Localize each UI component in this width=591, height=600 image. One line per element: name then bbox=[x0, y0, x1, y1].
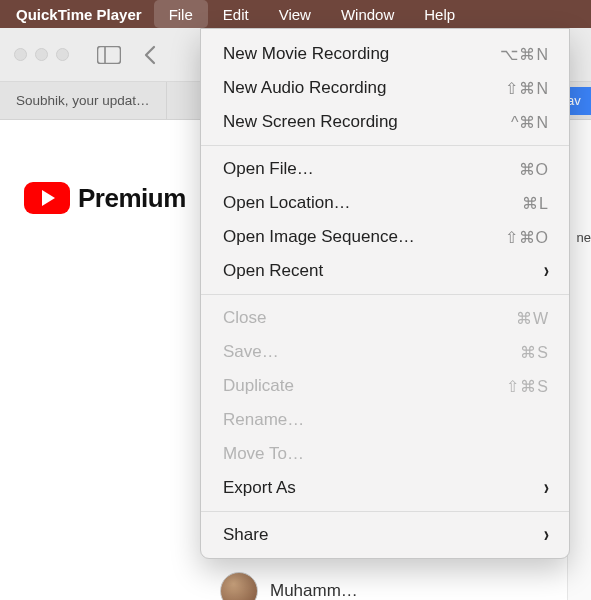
menubar-item-window[interactable]: Window bbox=[326, 0, 409, 28]
menu-shortcut: ⌘L bbox=[522, 194, 549, 213]
menu-item-label: Open Recent bbox=[223, 261, 544, 281]
menu-item-label: Share bbox=[223, 525, 544, 545]
menu-item-rename: Rename… bbox=[201, 403, 569, 437]
menu-item-export-as[interactable]: Export As› bbox=[201, 471, 569, 505]
menu-item-open-file[interactable]: Open File…⌘O bbox=[201, 152, 569, 186]
menu-item-label: Open Location… bbox=[223, 193, 522, 213]
macos-menubar: QuickTime Player FileEditViewWindowHelp bbox=[0, 0, 591, 28]
menubar-item-help[interactable]: Help bbox=[409, 0, 470, 28]
svg-rect-0 bbox=[98, 46, 121, 63]
sidebar-text-fragment: ne bbox=[577, 230, 591, 245]
menu-shortcut: ⇧⌘S bbox=[506, 377, 549, 396]
file-menu-dropdown: New Movie Recording⌥⌘NNew Audio Recordin… bbox=[200, 28, 570, 559]
menu-item-label: Open File… bbox=[223, 159, 519, 179]
menu-item-new-movie-recording[interactable]: New Movie Recording⌥⌘N bbox=[201, 37, 569, 71]
right-sidebar-peek: ne bbox=[567, 120, 591, 600]
menu-item-new-audio-recording[interactable]: New Audio Recording⇧⌘N bbox=[201, 71, 569, 105]
menu-item-open-location[interactable]: Open Location…⌘L bbox=[201, 186, 569, 220]
menu-item-move-to: Move To… bbox=[201, 437, 569, 471]
menu-item-label: Open Image Sequence… bbox=[223, 227, 505, 247]
menu-shortcut: ⇧⌘N bbox=[505, 79, 549, 98]
menu-item-label: Rename… bbox=[223, 410, 549, 430]
menu-item-open-recent[interactable]: Open Recent› bbox=[201, 254, 569, 288]
menu-item-label: Close bbox=[223, 308, 516, 328]
menubar-item-edit[interactable]: Edit bbox=[208, 0, 264, 28]
chevron-right-icon: › bbox=[544, 522, 549, 547]
menu-shortcut: ⌥⌘N bbox=[500, 45, 549, 64]
menu-item-share[interactable]: Share› bbox=[201, 518, 569, 552]
zoom-dot[interactable] bbox=[56, 48, 69, 61]
menu-item-open-image-sequence[interactable]: Open Image Sequence…⇧⌘O bbox=[201, 220, 569, 254]
close-dot[interactable] bbox=[14, 48, 27, 61]
menu-item-label: Move To… bbox=[223, 444, 549, 464]
back-icon[interactable] bbox=[143, 45, 157, 65]
menu-separator bbox=[201, 294, 569, 295]
menu-shortcut: ⌘W bbox=[516, 309, 549, 328]
sidebar-icon[interactable] bbox=[97, 46, 121, 64]
browser-tab[interactable]: Soubhik, your updat… bbox=[0, 82, 167, 119]
menu-separator bbox=[201, 145, 569, 146]
menu-shortcut: ^⌘N bbox=[511, 113, 549, 132]
menu-shortcut: ⇧⌘O bbox=[505, 228, 549, 247]
contact-name: Muhamm… bbox=[270, 581, 358, 600]
menu-item-new-screen-recording[interactable]: New Screen Recording^⌘N bbox=[201, 105, 569, 139]
menu-item-label: Duplicate bbox=[223, 376, 506, 396]
menu-item-label: New Screen Recording bbox=[223, 112, 511, 132]
window-traffic-lights[interactable] bbox=[14, 48, 69, 61]
menubar-item-file[interactable]: File bbox=[154, 0, 208, 28]
youtube-premium-logo: Premium bbox=[24, 182, 186, 214]
menu-separator bbox=[201, 511, 569, 512]
app-name: QuickTime Player bbox=[12, 6, 154, 23]
youtube-play-icon bbox=[24, 182, 70, 214]
menu-item-label: New Movie Recording bbox=[223, 44, 500, 64]
chevron-right-icon: › bbox=[544, 475, 549, 500]
menubar-item-view[interactable]: View bbox=[264, 0, 326, 28]
menu-item-label: Export As bbox=[223, 478, 544, 498]
contact-row[interactable]: Muhamm… bbox=[220, 572, 358, 600]
premium-wordmark: Premium bbox=[78, 183, 186, 214]
menu-shortcut: ⌘O bbox=[519, 160, 549, 179]
chevron-right-icon: › bbox=[544, 258, 549, 283]
menu-shortcut: ⌘S bbox=[520, 343, 549, 362]
menu-item-close: Close⌘W bbox=[201, 301, 569, 335]
minimize-dot[interactable] bbox=[35, 48, 48, 61]
menu-item-save: Save…⌘S bbox=[201, 335, 569, 369]
menu-item-label: Save… bbox=[223, 342, 520, 362]
menu-item-label: New Audio Recording bbox=[223, 78, 505, 98]
avatar bbox=[220, 572, 258, 600]
menu-item-duplicate: Duplicate⇧⌘S bbox=[201, 369, 569, 403]
